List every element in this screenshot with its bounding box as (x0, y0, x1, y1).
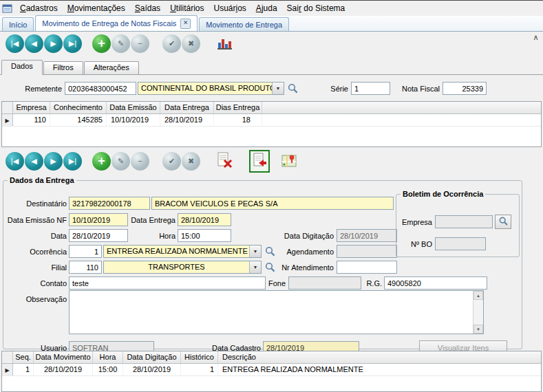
contato-input[interactable] (69, 276, 266, 290)
observacao-scrollbar[interactable]: ▲ ▼ (473, 291, 483, 334)
data-input[interactable] (69, 229, 128, 242)
chevron-down-icon[interactable]: ▼ (249, 261, 261, 273)
map-location-button[interactable] (281, 152, 297, 171)
ocorrencia-code-input[interactable] (69, 245, 102, 258)
menu-label: juda (262, 3, 277, 13)
observacao-textarea[interactable] (70, 291, 473, 334)
rg-input[interactable] (384, 276, 487, 290)
filial-combobox[interactable]: TRANSPORTES ▼ (103, 261, 262, 274)
remetente-combobox[interactable]: CONTINENTAL DO BRASIL PRODUTOS A ▼ (138, 82, 284, 95)
menu-accesskey: U (170, 3, 176, 13)
main-toolbar: |◀ ◀ ▶ ▶| + ✎ − ✔ ✖ (6, 33, 233, 54)
historico-grid: Seq. Data Movimento Hora Data Digitação … (1, 351, 542, 392)
menu-saidas[interactable]: Saídas (130, 1, 165, 16)
cancel-button[interactable]: ✖ (182, 34, 200, 53)
detail-delete-record-button[interactable]: − (131, 152, 149, 171)
menu-movimentacoes[interactable]: Movimentações (63, 1, 130, 16)
detail-previous-record-button[interactable]: ◀ (25, 152, 43, 171)
detail-last-record-button[interactable]: ▶| (63, 152, 82, 171)
first-record-button[interactable]: |◀ (6, 34, 24, 53)
boletim-ocorrencia-title: Boletim de Ocorrência (401, 190, 485, 198)
tab-movimento-entrega-notas-fiscais[interactable]: Movimento de Entrega de Notas Fiscais ✕ (35, 15, 198, 31)
observacao-field: ▲ ▼ (69, 290, 484, 334)
menu-ajuda[interactable]: Ajuda (251, 1, 282, 16)
menu-cadastros[interactable]: Cadastros (15, 1, 63, 16)
serie-input[interactable] (351, 82, 390, 95)
destinatario-name-input[interactable] (151, 197, 394, 210)
nota-fiscal-input[interactable] (443, 82, 487, 95)
tab-movimento-entrega[interactable]: Movimento de Entrega (199, 17, 289, 31)
cell-hora: 15:00 (93, 364, 123, 375)
subtab-label: Alterações (94, 63, 129, 72)
menu-label: os (237, 3, 246, 13)
subtab-dados[interactable]: Dados (1, 60, 43, 75)
remetente-search-icon[interactable] (287, 83, 299, 94)
next-record-button[interactable]: ▶ (44, 34, 63, 53)
subtab-bar: Dados Filtros Alterações (0, 61, 543, 75)
column-header-data-emissao: Data Emissão (107, 102, 160, 113)
cell-data-digitacao: 28/10/2019 (123, 364, 181, 375)
bo-numero-input (435, 237, 486, 250)
tab-label: Movimento de Entrega (206, 19, 282, 31)
chevron-down-icon[interactable]: ▼ (249, 246, 261, 257)
bo-empresa-search-button[interactable] (495, 215, 511, 229)
detail-first-record-button[interactable]: |◀ (6, 152, 24, 171)
edit-record-button[interactable]: ✎ (111, 34, 130, 53)
detail-cancel-button[interactable]: ✖ (182, 152, 200, 171)
scroll-up-icon[interactable]: ∧ (531, 32, 541, 43)
nr-atendimento-input[interactable] (337, 261, 397, 274)
previous-record-button[interactable]: ◀ (25, 34, 43, 53)
cell-dias-entrega: 18 (214, 114, 262, 126)
dados-entrega-group: Dados da Entrega Destinatário Data Emiss… (3, 176, 522, 349)
subtab-label: Filtros (53, 63, 74, 72)
menu-usuarios[interactable]: Usuários (209, 1, 251, 16)
app-icon (2, 3, 13, 14)
grid-row[interactable]: ▶ 110 145285 10/10/2019 28/10/2019 18 (2, 114, 541, 127)
menu-utilitarios[interactable]: Utilitários (165, 1, 209, 16)
add-record-button[interactable]: + (92, 34, 111, 53)
filial-code-input[interactable] (69, 261, 102, 274)
grid-row[interactable]: ▶ 1 28/10/2019 15:00 28/10/2019 1 ENTREG… (2, 364, 541, 376)
data-entrega-input[interactable] (178, 213, 231, 226)
data-emissao-nf-input[interactable] (69, 213, 128, 226)
confirm-button[interactable]: ✔ (162, 34, 181, 53)
last-record-button[interactable]: ▶| (63, 34, 82, 53)
cancel-delivery-button[interactable] (216, 152, 233, 171)
remetente-code-input[interactable] (65, 82, 136, 95)
subtab-alteracoes[interactable]: Alterações (84, 61, 139, 74)
chevron-down-icon[interactable]: ▼ (272, 83, 284, 94)
observacao-label: Observação (6, 293, 67, 305)
hora-input[interactable] (178, 229, 231, 242)
search-icon (498, 216, 509, 228)
contato-label: Contato (6, 277, 67, 290)
application-window: Cadastros Movimentações Saídas Utilitári… (0, 0, 543, 392)
scroll-down-icon[interactable]: ▼ (473, 325, 483, 334)
detail-toolbar: |◀ ◀ ▶ ▶| + ✎ − ✔ ✖ (6, 151, 297, 171)
column-header-data-entrega: Data Entrega (160, 102, 214, 113)
detail-add-record-button[interactable]: + (92, 152, 111, 171)
nota-fiscal-label: Nota Fiscal (397, 83, 440, 95)
ocorrencia-combobox[interactable]: ENTREGA REALIZADA NORMALMENTE ▼ (103, 245, 262, 258)
delete-record-button[interactable]: − (131, 34, 149, 53)
detail-next-record-button[interactable]: ▶ (44, 152, 63, 171)
cell-conhecimento: 145285 (50, 114, 107, 126)
row-indicator-icon: ▶ (5, 367, 9, 373)
tab-bar: Início Movimento de Entrega de Notas Fis… (0, 16, 543, 32)
detail-edit-record-button[interactable]: ✎ (111, 152, 130, 171)
close-tab-icon[interactable]: ✕ (180, 19, 191, 29)
register-delivery-button[interactable] (249, 150, 270, 173)
destinatario-code-input[interactable] (69, 197, 150, 210)
scroll-up-icon[interactable]: ▲ (473, 291, 483, 300)
cell-descricao: ENTREGA REALIZADA NORMALMENTE (218, 364, 541, 375)
data-label: Data (6, 230, 67, 242)
column-header-seq: Seq. (13, 351, 34, 363)
document-arrow-icon (252, 153, 267, 170)
rg-label: R.G. (364, 277, 382, 290)
subtab-filtros[interactable]: Filtros (43, 61, 83, 74)
cell-seq: 1 (13, 364, 34, 375)
chart-button[interactable] (216, 34, 233, 53)
menu-sair-do-sistema[interactable]: Sair do Sistema (282, 1, 350, 16)
subtab-label: Dados (11, 62, 33, 70)
tab-inicio[interactable]: Início (2, 17, 34, 31)
detail-confirm-button[interactable]: ✔ (162, 152, 181, 171)
